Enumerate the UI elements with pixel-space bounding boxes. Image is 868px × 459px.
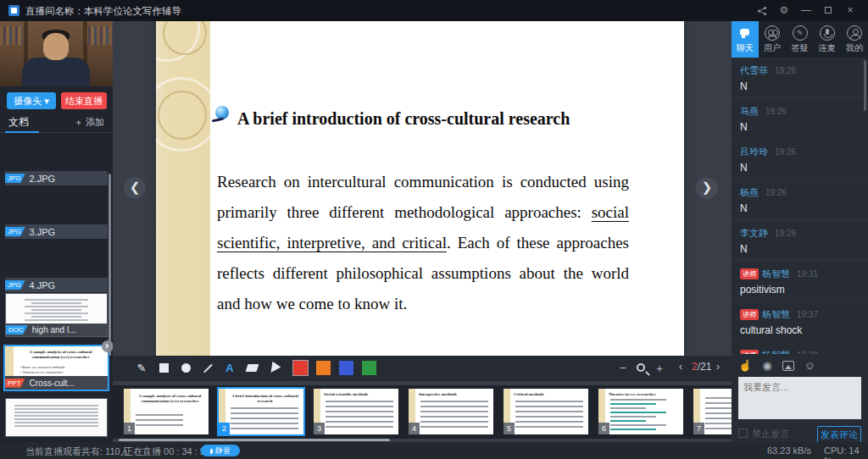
file-name: high and l...	[32, 325, 76, 335]
tab-label: 用户	[759, 42, 786, 54]
webcam-video	[0, 21, 113, 86]
status-bar: 当前直播观看共有: 110人 正在直播 00 : 34 : 58 静音 63.2…	[0, 442, 868, 459]
chat-message: 讲师杨智慧19:31positivism	[732, 261, 868, 301]
record-icon[interactable]: ◉	[762, 358, 771, 373]
slide-thumbnail-1[interactable]: A sample analysis of cross-cultural comm…	[124, 389, 209, 434]
file-item-3jpg[interactable]: JPG 3.JPG	[5, 224, 108, 239]
minimize-button[interactable]: —	[798, 3, 814, 18]
file-item-partial[interactable]	[5, 398, 108, 437]
add-document-button[interactable]: ＋ 添加	[74, 116, 104, 129]
close-button[interactable]: ×	[843, 3, 858, 18]
filmstrip-scrollbar[interactable]	[119, 439, 390, 441]
sidebar-tab-pencil[interactable]: ✎答疑	[786, 21, 813, 58]
slide-thumbnail-4[interactable]: Interpretive methods4	[409, 389, 493, 434]
page-indicator: 2/21	[692, 361, 711, 373]
pencil-tool-icon[interactable]: ✎	[134, 361, 149, 376]
jpg-badge: JPG	[5, 174, 25, 183]
hand-icon[interactable]: ☝	[738, 358, 752, 373]
share-icon[interactable]	[754, 3, 770, 18]
chat-input[interactable]	[738, 377, 861, 419]
file-name: 2.JPG	[30, 174, 56, 184]
thumb-caption: A sample analysis of cross-cultural comm…	[136, 394, 204, 404]
thumb-caption: A brief introduction of cross-cultural r…	[231, 394, 299, 404]
message-text: N	[740, 243, 860, 255]
zoom-in-icon[interactable]: ＋	[652, 361, 667, 376]
send-comment-button[interactable]: 发表评论	[817, 426, 861, 443]
zoom-out-icon[interactable]: −	[615, 361, 631, 376]
mute-audience-label: 禁止发言	[752, 428, 789, 440]
window-titlebar: 直播间名称：本科学位论文写作辅导 ⚙ — ×	[0, 0, 868, 21]
file-name: Cross-cult...	[30, 379, 75, 388]
eraser-tool-icon[interactable]	[244, 361, 259, 376]
mic-icon	[210, 449, 213, 454]
thumb-number: 5	[504, 423, 515, 434]
remove-file-icon[interactable]: ✕	[102, 340, 114, 352]
mute-button[interactable]: 静音	[201, 445, 240, 456]
file-item-ppt-selected[interactable]: A sample analysis of cross-cultural comm…	[3, 345, 109, 391]
swatch-color-1[interactable]	[293, 361, 308, 375]
lecturer-badge: 讲师	[740, 309, 759, 320]
doc-file-label: DOC high and l...	[6, 324, 107, 336]
slide-body-text: Research on intercultural communication …	[217, 173, 629, 221]
swatch-color-3[interactable]	[339, 361, 353, 375]
maximize-button[interactable]	[821, 3, 836, 18]
swatch-color-2[interactable]	[316, 361, 331, 375]
documents-tabrow: 文档 ＋ 添加	[0, 113, 113, 133]
tab-label: 连麦	[814, 42, 841, 54]
thumb-number: 6	[598, 423, 609, 434]
chat-message: 代雪菲19:26N	[732, 58, 868, 98]
mic-icon	[814, 25, 841, 41]
swatch-color-4[interactable]	[362, 361, 376, 375]
prev-slide-arrow[interactable]: ❮	[124, 177, 146, 199]
tab-underline	[5, 131, 39, 133]
live-broadcast-app: 直播间名称：本科学位论文写作辅导 ⚙ — × 摄像头 ▾ 结束直播 文档 ＋ 添…	[0, 0, 868, 459]
page-current: 2	[692, 361, 698, 373]
file-name: 3.JPG	[30, 227, 56, 237]
slide-thumbnail-5[interactable]: Critical methods5	[504, 389, 588, 434]
chat-message: 讲师杨智慧19:37cultural shock	[732, 301, 868, 342]
thumb-caption: Critical methods	[514, 392, 586, 397]
sidebar-tab-mic[interactable]: 连麦	[814, 21, 841, 58]
message-time: 19:31	[797, 269, 818, 279]
next-slide-arrow[interactable]: ❯	[696, 177, 718, 199]
left-sidebar: 摄像头 ▾ 结束直播 文档 ＋ 添加 JPG 2.JPG JPG 3.JPG J…	[0, 21, 113, 442]
prev-page-icon[interactable]: ‹	[679, 361, 682, 373]
chat-options-row: 禁止发言 发表评论	[738, 426, 861, 443]
rectangle-tool-icon[interactable]	[156, 361, 171, 376]
chat-message: 讲师杨智慧19:38superior	[732, 342, 868, 354]
settings-gear-icon[interactable]: ⚙	[776, 3, 792, 18]
tab-documents[interactable]: 文档	[8, 115, 29, 130]
chat-message: 杨燕19:26N	[732, 180, 868, 220]
file-list-scrollbar[interactable]	[108, 174, 111, 356]
slide-thumbnail-6[interactable]: Theories in ccc researches6	[598, 389, 683, 434]
chat-bubble-icon	[732, 25, 759, 41]
person-icon	[841, 25, 868, 41]
message-text: N	[740, 80, 860, 92]
slide-thumbnail-3[interactable]: Social scientific methods3	[314, 389, 398, 434]
line-tool-icon[interactable]	[200, 361, 215, 376]
clear-brush-tool-icon[interactable]	[266, 361, 281, 376]
file-item-2jpg[interactable]: JPG 2.JPG	[5, 171, 108, 185]
sidebar-tab-chat-bubble[interactable]: 聊天	[732, 21, 759, 58]
emoji-icon[interactable]: ☺	[804, 358, 815, 373]
annotation-toolbar: ✎ A − ＋ ‹ 2/21 ›	[113, 356, 732, 381]
text-tool-icon[interactable]: A	[222, 361, 237, 376]
magnifier-icon[interactable]	[633, 361, 648, 376]
chat-scrollbar[interactable]	[864, 60, 866, 111]
circle-tool-icon[interactable]	[178, 361, 193, 376]
mute-audience-checkbox[interactable]	[738, 429, 748, 438]
sidebar-tab-users[interactable]: 用户	[759, 21, 786, 58]
message-text: cultural shock	[740, 324, 860, 336]
message-text: N	[740, 162, 860, 174]
sidebar-tab-person[interactable]: 我的	[841, 21, 868, 58]
thumb-number: 2	[219, 423, 230, 434]
lecturer-badge: 讲师	[740, 350, 759, 354]
end-stream-button[interactable]: 结束直播	[61, 92, 107, 109]
file-item-doc[interactable]: DOC high and l...	[5, 293, 108, 337]
next-page-icon[interactable]: ›	[716, 361, 720, 373]
slide: A brief introduction of cross-cultural r…	[156, 21, 684, 356]
slide-thumbnail-2[interactable]: A brief introduction of cross-cultural r…	[219, 389, 303, 434]
screenshot-icon[interactable]	[782, 361, 794, 371]
file-item-4jpg[interactable]: JPG 4.JPG	[5, 278, 108, 292]
camera-button[interactable]: 摄像头 ▾	[7, 92, 56, 109]
